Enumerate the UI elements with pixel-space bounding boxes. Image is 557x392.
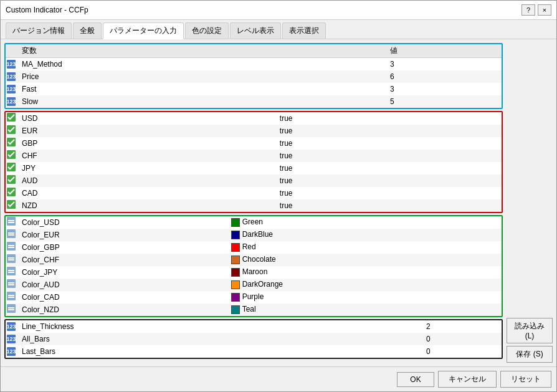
table-row[interactable]: JPYtrue [6,162,502,174]
row-name: Color_EUR [18,229,227,241]
row-value[interactable]: Chocolate [227,254,502,266]
row-icon: 123 [6,320,18,333]
row-value[interactable]: true [276,137,502,150]
row-name: USD [18,112,276,125]
window: Custom Indicator - CCFp ? × バージョン情報 全般 パ… [0,0,557,392]
table-row[interactable]: 123Price6 [6,70,502,83]
table-row[interactable]: 123All_Bars0 [6,333,502,345]
row-value[interactable]: 6 [386,70,502,83]
col-header-variable: 変数 [18,44,386,58]
tab-parameters[interactable]: パラメーターの入力 [103,22,184,39]
row-value[interactable]: 0 [422,333,502,345]
table-row[interactable]: Color_EURDarkBlue [6,229,502,241]
tab-general[interactable]: 全般 [73,22,102,39]
svg-rect-18 [8,257,14,259]
tab-version[interactable]: バージョン情報 [6,22,72,39]
row-value[interactable]: true [276,187,502,199]
row-value[interactable]: DarkOrange [227,279,502,291]
row-icon [6,162,18,174]
row-name: Color_CAD [18,291,227,304]
table-row[interactable]: 123Slow5 [6,95,502,108]
table-row[interactable]: GBPtrue [6,137,502,150]
row-icon [6,266,18,279]
table-row[interactable]: USDtrue [6,112,502,125]
row-name: JPY [18,162,276,174]
svg-rect-28 [8,297,14,298]
row-icon [6,304,18,316]
group3-table: Color_USDGreenColor_EURDarkBlueColor_GBP… [6,216,502,316]
row-value[interactable]: 3 [386,83,502,95]
svg-rect-9 [8,220,14,221]
table-row[interactable]: 123Line_Thickness2 [6,320,502,333]
table-row[interactable]: CADtrue [6,187,502,199]
svg-rect-31 [8,309,14,310]
save-button[interactable]: 保存 (S) [507,346,553,363]
col-header-value: 値 [386,44,502,58]
tab-display[interactable]: 表示選択 [282,22,326,39]
table-row[interactable]: Color_CADPurple [6,291,502,304]
row-icon [6,254,18,266]
row-name: EUR [18,125,276,137]
table-row[interactable]: Color_NZDTeal [6,304,502,316]
row-value[interactable]: true [276,125,502,137]
row-value[interactable]: DarkBlue [227,229,502,241]
table-row[interactable]: 123MA_Method3 [6,58,502,70]
col-header-icon [6,44,18,58]
row-value[interactable]: 3 [386,58,502,70]
row-icon [6,150,18,162]
row-icon: 123 [6,83,18,95]
row-icon [6,125,18,137]
row-value[interactable]: true [276,174,502,187]
row-icon: 123 [6,95,18,108]
reset-button[interactable]: リセット [500,371,551,388]
help-button[interactable]: ? [521,4,535,16]
row-value[interactable]: Red [227,241,502,254]
row-value[interactable]: true [276,150,502,162]
row-icon: 123 [6,345,18,358]
svg-rect-12 [8,232,14,234]
table-row[interactable]: AUDtrue [6,174,502,187]
row-icon [6,216,18,229]
table-row[interactable]: Color_USDGreen [6,216,502,229]
row-name: Color_AUD [18,279,227,291]
table-row[interactable]: Color_GBPRed [6,241,502,254]
row-name: GBP [18,137,276,150]
table-row[interactable]: CHFtrue [6,150,502,162]
svg-rect-24 [8,282,14,284]
row-name: All_Bars [18,333,422,345]
row-value[interactable]: true [276,162,502,174]
ok-button[interactable]: OK [397,372,434,387]
table-row[interactable]: Color_JPYMaroon [6,266,502,279]
row-icon: 123 [6,58,18,70]
svg-rect-16 [8,247,14,248]
svg-rect-25 [8,284,14,285]
load-button[interactable]: 読み込み (L) [507,318,553,343]
window-title: Custom Indicator - CCFp [6,6,88,14]
row-name: Last_Bars [18,345,422,358]
table-row[interactable]: Color_CHFChocolate [6,254,502,266]
tab-colors[interactable]: 色の設定 [185,22,229,39]
svg-rect-19 [8,259,14,261]
row-value[interactable]: true [276,199,502,212]
row-value[interactable]: Teal [227,304,502,316]
row-icon [6,174,18,187]
row-value[interactable]: true [276,112,502,125]
row-value[interactable]: Maroon [227,266,502,279]
table-row[interactable]: Color_AUDDarkOrange [6,279,502,291]
row-icon [6,241,18,254]
row-value[interactable]: Purple [227,291,502,304]
row-value[interactable]: Green [227,216,502,229]
tab-levels[interactable]: レベル表示 [230,22,281,39]
row-value[interactable]: 2 [422,320,502,333]
row-icon [6,229,18,241]
row-icon [6,137,18,150]
close-button[interactable]: × [538,4,551,16]
table-row[interactable]: 123Last_Bars0 [6,345,502,358]
table-row[interactable]: 123Fast3 [6,83,502,95]
cancel-button[interactable]: キャンセル [438,371,497,388]
row-name: AUD [18,174,276,187]
row-value[interactable]: 0 [422,345,502,358]
row-value[interactable]: 5 [386,95,502,108]
table-row[interactable]: EURtrue [6,125,502,137]
table-row[interactable]: NZDtrue [6,199,502,212]
